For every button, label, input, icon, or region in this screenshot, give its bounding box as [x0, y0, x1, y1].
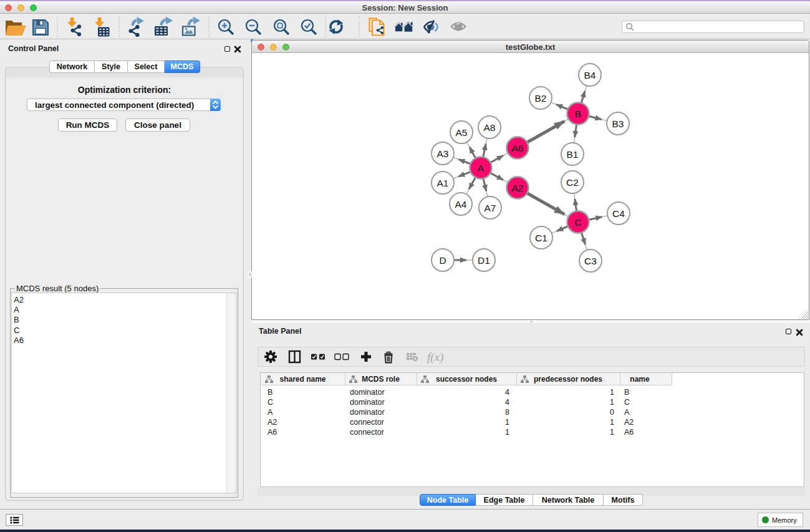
svg-text:C3: C3 [584, 256, 597, 266]
svg-text:A1: A1 [437, 178, 449, 188]
svg-text:A3: A3 [437, 148, 449, 159]
svg-text:A6: A6 [512, 143, 524, 153]
svg-text:B3: B3 [612, 118, 624, 129]
svg-text:A8: A8 [484, 122, 496, 133]
svg-text:C: C [574, 217, 581, 228]
svg-text:f(x): f(x) [427, 351, 443, 364]
svg-text:D: D [439, 255, 446, 266]
svg-text:C2: C2 [566, 177, 579, 188]
svg-text:A5: A5 [456, 127, 468, 138]
svg-text:A4: A4 [455, 199, 467, 210]
svg-text:B2: B2 [535, 93, 547, 104]
svg-text:B: B [575, 109, 581, 119]
svg-text:A: A [478, 163, 485, 173]
svg-text:B1: B1 [567, 149, 579, 160]
svg-text:A2: A2 [512, 183, 524, 193]
svg-text:C1: C1 [535, 233, 547, 243]
svg-text:B4: B4 [584, 70, 596, 80]
svg-text:C4: C4 [612, 208, 625, 219]
svg-text:A7: A7 [485, 203, 496, 213]
svg-text:D1: D1 [478, 255, 490, 266]
